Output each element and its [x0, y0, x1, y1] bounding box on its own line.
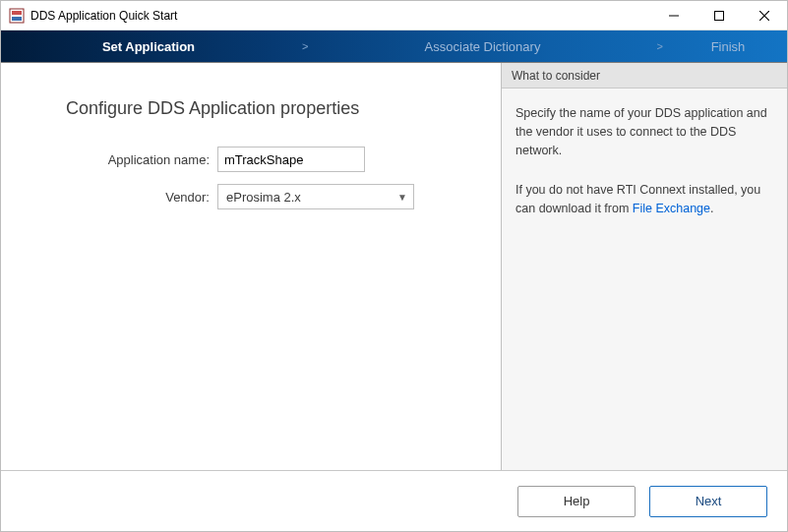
- appname-row: Application name:: [21, 147, 481, 172]
- chevron-right-icon: >: [296, 30, 314, 62]
- svg-rect-4: [715, 11, 724, 20]
- step-set-application[interactable]: Set Application: [1, 30, 296, 62]
- step-label: Associate Dictionary: [425, 39, 541, 54]
- form-panel: Configure DDS Application properties App…: [1, 63, 502, 470]
- help-panel: What to consider Specify the name of you…: [502, 63, 787, 470]
- vendor-label: Vendor:: [21, 190, 217, 205]
- svg-rect-2: [12, 17, 22, 21]
- help-text-1: Specify the name of your DDS application…: [515, 104, 773, 159]
- vendor-value: eProsima 2.x: [226, 190, 301, 205]
- step-label: Finish: [711, 39, 746, 54]
- help-panel-body: Specify the name of your DDS application…: [502, 89, 787, 256]
- step-label: Set Application: [102, 39, 195, 54]
- appname-input[interactable]: [217, 147, 365, 172]
- appname-label: Application name:: [21, 152, 217, 167]
- help-text-2b: .: [710, 202, 713, 215]
- step-finish[interactable]: Finish: [669, 30, 787, 62]
- help-panel-header: What to consider: [502, 63, 787, 89]
- caret-down-icon: ▼: [397, 192, 407, 203]
- app-window: DDS Application Quick Start Set Applicat…: [0, 0, 788, 532]
- chevron-right-icon: >: [651, 30, 669, 62]
- button-label: Help: [564, 494, 590, 508]
- content-area: Configure DDS Application properties App…: [1, 63, 787, 470]
- help-text-2: If you do not have RTI Connext installed…: [515, 181, 773, 218]
- help-button[interactable]: Help: [517, 486, 636, 517]
- file-exchange-link[interactable]: File Exchange: [633, 202, 710, 215]
- app-icon: [9, 8, 25, 24]
- next-button[interactable]: Next: [649, 486, 767, 517]
- svg-rect-1: [12, 11, 22, 15]
- page-heading: Configure DDS Application properties: [21, 98, 481, 119]
- minimize-button[interactable]: [651, 1, 697, 30]
- vendor-select[interactable]: eProsima 2.x ▼: [217, 184, 414, 209]
- footer-bar: Help Next: [1, 470, 787, 531]
- title-bar: DDS Application Quick Start: [1, 1, 787, 30]
- close-button[interactable]: [742, 1, 787, 30]
- step-associate-dictionary[interactable]: Associate Dictionary: [314, 30, 650, 62]
- button-label: Next: [696, 494, 722, 508]
- wizard-step-bar: Set Application > Associate Dictionary >…: [1, 30, 787, 63]
- window-title: DDS Application Quick Start: [30, 9, 177, 23]
- maximize-button[interactable]: [697, 1, 742, 30]
- vendor-row: Vendor: eProsima 2.x ▼: [21, 184, 481, 209]
